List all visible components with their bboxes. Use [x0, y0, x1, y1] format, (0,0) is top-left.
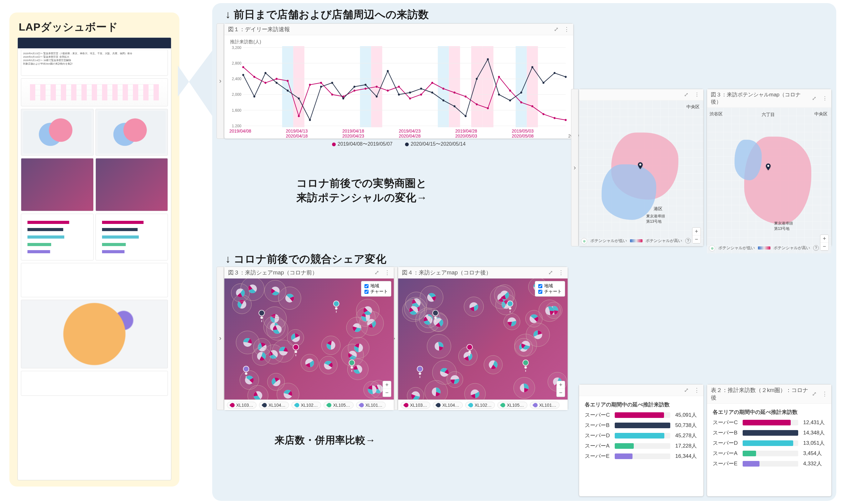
heat-blob: [735, 140, 762, 181]
svg-point-45: [487, 107, 489, 109]
store-chip[interactable]: XL101…: [530, 402, 560, 409]
thumb-notice-line: 2020年4月16日〜 緊急事態宣言 全国拡大: [23, 55, 166, 59]
more-icon[interactable]: ⋮: [384, 270, 390, 275]
map-zoom-controls[interactable]: +−: [556, 381, 565, 397]
zoom-out-button[interactable]: −: [383, 389, 391, 397]
svg-rect-1: [282, 46, 293, 127]
toggle-label: チャート: [544, 289, 562, 294]
svg-point-79: [531, 66, 533, 68]
svg-point-80: [543, 82, 545, 84]
more-icon[interactable]: ⋮: [694, 388, 700, 393]
card-visit-table-before: ⤢⋮ 各エリアの期間中の延べ推計来訪数 スーパーC45,091人スーパーB50,…: [579, 384, 704, 497]
bar-fill: [615, 422, 670, 428]
gradient-legend: ポテンシャルが低い ポテンシャルが高い ?: [591, 238, 691, 244]
toggle-region[interactable]: 地域: [538, 283, 562, 289]
callout-potential-line2: 来訪ポテンシャルの変化→: [296, 192, 427, 203]
table-row: スーパーE16,344人: [585, 452, 698, 460]
fullscreen-icon[interactable]: ⤢: [374, 270, 380, 275]
help-icon[interactable]: ?: [813, 245, 819, 251]
svg-point-50: [543, 113, 545, 115]
store-chip[interactable]: XL102…: [465, 402, 495, 409]
svg-point-26: [276, 78, 277, 80]
store-chip[interactable]: XL105…: [323, 402, 353, 409]
bar-track: [743, 420, 798, 426]
store-chip[interactable]: XL102…: [292, 402, 321, 409]
layer-toggle[interactable]: 地域 チャート: [361, 281, 391, 296]
fullscreen-icon[interactable]: ⤢: [553, 26, 559, 32]
svg-point-47: [509, 90, 511, 92]
expand-chevron[interactable]: ›: [216, 23, 224, 139]
zoom-out-button[interactable]: −: [557, 389, 565, 397]
table-row: スーパーC45,091人: [585, 411, 698, 418]
row-value: 17,228人: [673, 442, 698, 449]
toggle-chart[interactable]: チャート: [365, 289, 388, 294]
zoom-in-button[interactable]: +: [557, 381, 565, 389]
store-chip[interactable]: XL101…: [356, 402, 386, 409]
legend-low: ポテンシャルが低い: [591, 238, 627, 244]
help-icon[interactable]: ?: [685, 238, 691, 244]
store-chip[interactable]: XL104…: [433, 402, 462, 409]
map-zoom-controls[interactable]: +−: [383, 381, 391, 397]
thumb-share-map: [21, 158, 94, 211]
toggle-chart[interactable]: チャート: [538, 289, 562, 294]
fullscreen-icon[interactable]: ⤢: [811, 391, 817, 397]
svg-text:2,800: 2,800: [232, 61, 241, 66]
more-icon[interactable]: ⋮: [694, 92, 700, 97]
toggle-label: 地域: [544, 283, 553, 289]
map-canvas[interactable]: 地域 チャート +− XL103…XL104…XL102…XL105…XL101…: [224, 278, 394, 410]
pin-icon: [358, 402, 365, 408]
bar-fill: [743, 430, 798, 436]
store-chip[interactable]: XL105…: [497, 402, 527, 409]
gradient-bar: [758, 246, 771, 250]
bar-fill: [743, 440, 793, 446]
map-canvas[interactable]: 渋谷区 中央区 六丁目 東京港埠頭 第13号地 ⊕ +− ポテンシャルが低い ポ…: [707, 108, 831, 253]
bar-fill: [615, 433, 664, 438]
table-row: スーパーE4,332人: [713, 460, 826, 467]
zoom-in-button[interactable]: +: [383, 381, 391, 389]
heat-blob: [602, 164, 656, 219]
map-zoom-controls[interactable]: +−: [820, 235, 829, 251]
table-row: スーパーC12,431人: [713, 419, 826, 426]
bar-fill: [615, 443, 634, 449]
toggle-region[interactable]: 地域: [365, 283, 388, 289]
pin-icon: [403, 402, 409, 408]
expand-chevron[interactable]: ›: [571, 89, 579, 246]
share-heat: [224, 278, 394, 410]
more-icon[interactable]: ⋮: [822, 95, 828, 101]
checkbox[interactable]: [538, 290, 542, 294]
svg-point-41: [442, 88, 444, 90]
more-icon[interactable]: ⋮: [558, 270, 564, 275]
callout-top: ↓ 前日まで店舗および店舗周辺への来訪数: [225, 7, 429, 22]
map-pin-icon: [764, 163, 772, 171]
fullscreen-icon[interactable]: ⤢: [811, 95, 817, 101]
svg-point-53: [242, 74, 244, 76]
row-name: スーパーB: [713, 429, 740, 436]
more-icon[interactable]: ⋮: [564, 26, 569, 32]
more-icon[interactable]: ⋮: [822, 391, 828, 397]
zoom-in-button[interactable]: +: [820, 235, 828, 242]
map-canvas[interactable]: 中央区 港区 東京港埠頭 第13号地 ⊕ +− ポテンシャルが低い ポテンシャル…: [579, 101, 703, 246]
layer-toggle[interactable]: 地域 チャート: [535, 281, 565, 296]
bar-fill: [743, 420, 791, 426]
svg-point-54: [253, 95, 255, 97]
fullscreen-icon[interactable]: ⤢: [683, 92, 689, 97]
store-chip[interactable]: XL103…: [227, 402, 257, 409]
zoom-in-button[interactable]: +: [692, 228, 701, 235]
expand-chevron[interactable]: ›: [216, 267, 224, 410]
legend-dot-icon: [332, 143, 336, 146]
zoom-out-button[interactable]: −: [692, 235, 701, 243]
fullscreen-icon[interactable]: ⤢: [548, 270, 553, 275]
chevron-right-icon: ›: [219, 77, 221, 85]
row-value: 4,332人: [801, 460, 826, 467]
store-chip[interactable]: XL104…: [259, 402, 289, 409]
store-chip[interactable]: XL103…: [401, 402, 430, 409]
map-canvas[interactable]: 地域 チャート +− XL103…XL104…XL102…XL105…XL101…: [398, 278, 568, 410]
chevron-right-icon: ›: [219, 334, 221, 342]
checkbox[interactable]: [538, 284, 542, 288]
checkbox[interactable]: [365, 290, 369, 294]
map-pin-icon: [636, 162, 644, 170]
map-zoom-controls[interactable]: +−: [692, 227, 701, 244]
checkbox[interactable]: [365, 284, 369, 288]
fullscreen-icon[interactable]: ⤢: [683, 388, 689, 393]
zoom-out-button[interactable]: −: [820, 242, 828, 250]
